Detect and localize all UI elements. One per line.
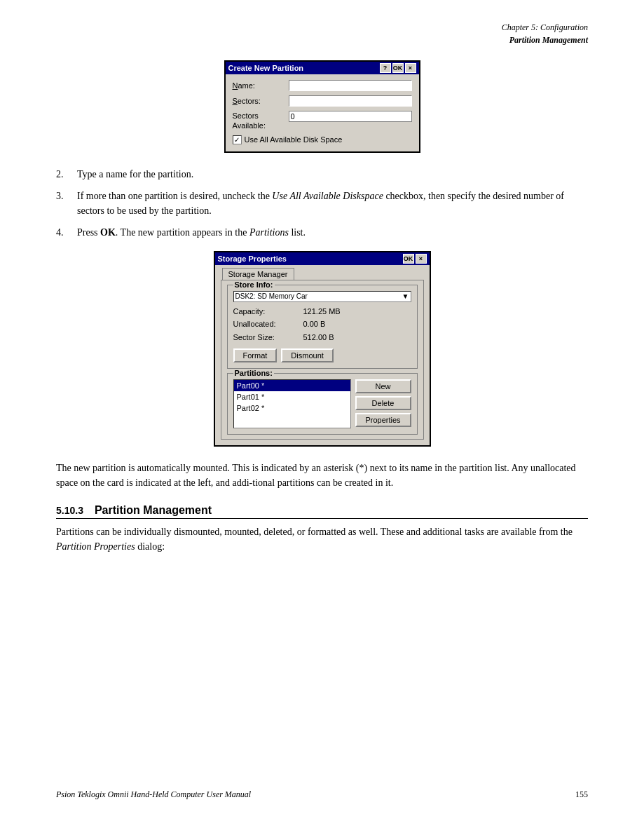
name-row: Name: (233, 80, 412, 91)
list-item-2: 2. Type a name for the partition. (56, 167, 588, 182)
close-button-title[interactable]: × (405, 63, 416, 73)
help-button[interactable]: ? (380, 63, 391, 73)
partition-item-1[interactable]: Part01 * (234, 391, 350, 402)
store-dropdown-value: DSK2: SD Memory Car (235, 292, 308, 300)
capacity-label: Capacity: (233, 305, 289, 318)
create-partition-dialog: Create New Partition ? OK × Name: Sector… (224, 60, 420, 153)
partition-item-2[interactable]: Part02 * (234, 402, 350, 414)
name-label: Name: (233, 81, 289, 90)
list-item-3: 3. If more than one partition is desired… (56, 189, 588, 218)
section-number: 5.10.3 (56, 505, 83, 516)
dismount-button[interactable]: Dismount (281, 348, 333, 362)
list-num-2: 2. (56, 167, 77, 182)
create-partition-title: Create New Partition (228, 64, 380, 72)
sector-size-label: Sector Size: (233, 331, 289, 344)
create-partition-titlebar: Create New Partition ? OK × (226, 62, 419, 74)
list-num-3: 3. (56, 189, 77, 218)
section-title-text: Partition Management (95, 504, 212, 517)
list-item-4: 4. Press OK. The new partition appears i… (56, 225, 588, 240)
storage-properties-dialog: Storage Properties OK × Storage Manager … (214, 251, 431, 447)
body-paragraph-1: The new partition is automatically mount… (56, 461, 588, 490)
create-partition-dialog-container: Create New Partition ? OK × Name: Sector… (56, 60, 588, 153)
new-partition-button[interactable]: New (355, 379, 411, 393)
titlebar-buttons: ? OK × (380, 63, 416, 73)
use-all-checkbox[interactable]: ✓ (233, 135, 242, 144)
partitions-buttons: New Delete Properties (355, 379, 411, 428)
partitions-label: Partitions: (233, 369, 274, 377)
create-partition-body: Name: Sectors: SectorsAvailable: 0 ✓ Use… (226, 74, 419, 151)
section-description: Partitions can be individually dismounte… (56, 524, 588, 554)
chapter-title: Chapter 5: Configuration (56, 21, 588, 34)
delete-partition-button[interactable]: Delete (355, 396, 411, 410)
unallocated-row: Unallocated: 0.00 B (233, 318, 411, 331)
storage-ok-button[interactable]: OK (403, 254, 414, 264)
capacity-value: 121.25 MB (303, 305, 341, 318)
checkbox-row: ✓ Use All Available Disk Space (233, 135, 412, 144)
list-num-4: 4. (56, 225, 77, 240)
section-desc-text2: dialog: (135, 541, 165, 552)
format-button[interactable]: Format (233, 348, 278, 362)
sector-size-row: Sector Size: 512.00 B (233, 331, 411, 344)
section-title: Partition Management (56, 34, 588, 46)
storage-body-wrapper: Storage Manager Store Info: DSK2: SD Mem… (215, 268, 430, 445)
partition-item-0[interactable]: Part00 * (234, 380, 350, 391)
page-footer: Psion Teklogix Omnii Hand-Held Computer … (0, 789, 644, 800)
storage-title: Storage Properties (218, 255, 287, 263)
store-dropdown[interactable]: DSK2: SD Memory Car ▼ (233, 291, 411, 302)
sectors-available-value: 0 (289, 111, 412, 122)
store-info-grid: Capacity: 121.25 MB Unallocated: 0.00 B … (233, 305, 411, 344)
format-dismount-buttons: Format Dismount (233, 348, 411, 362)
storage-properties-dialog-container: Storage Properties OK × Storage Manager … (56, 251, 588, 447)
section-desc-text: Partitions can be individually dismounte… (56, 527, 573, 537)
checkbox-label: Use All Available Disk Space (245, 135, 343, 144)
section-desc-italic: Partition Properties (56, 541, 135, 552)
store-info-group: Store Info: DSK2: SD Memory Car ▼ Capaci… (227, 285, 418, 369)
numbered-list: 2. Type a name for the partition. 3. If … (56, 167, 588, 240)
storage-manager-tab[interactable]: Storage Manager (222, 268, 294, 280)
storage-titlebar-buttons: OK × (403, 254, 427, 264)
ok-button-title[interactable]: OK (392, 63, 404, 73)
sector-size-value: 512.00 B (303, 331, 334, 344)
storage-titlebar: Storage Properties OK × (215, 252, 430, 265)
page-header: Chapter 5: Configuration Partition Manag… (56, 21, 588, 46)
sectors-label: Sectors: (233, 97, 289, 105)
capacity-row: Capacity: 121.25 MB (233, 305, 411, 318)
store-info-label: Store Info: (233, 280, 275, 289)
partitions-list[interactable]: Part00 * Part01 * Part02 * (233, 379, 351, 428)
storage-close-button[interactable]: × (416, 254, 427, 264)
unallocated-value: 0.00 B (303, 318, 326, 331)
list-text-4: Press OK. The new partition appears in t… (77, 225, 588, 240)
unallocated-label: Unallocated: (233, 318, 289, 331)
list-text-3: If more than one partition is desired, u… (77, 189, 588, 218)
sectors-row: Sectors: (233, 95, 412, 107)
dropdown-arrow-icon: ▼ (402, 292, 409, 300)
storage-tabs: Storage Manager (222, 268, 427, 280)
sectors-input[interactable] (289, 95, 412, 107)
name-input[interactable] (289, 80, 412, 91)
footer-right: 155 (575, 789, 588, 800)
list-text-2: Type a name for the partition. (77, 167, 588, 182)
footer-left: Psion Teklogix Omnii Hand-Held Computer … (56, 789, 251, 800)
sectors-available-label: SectorsAvailable: (233, 111, 289, 131)
section-heading: 5.10.3 Partition Management (56, 504, 588, 519)
store-dropdown-row: DSK2: SD Memory Car ▼ (233, 291, 411, 302)
partitions-content: Part00 * Part01 * Part02 * New Delete Pr… (233, 379, 411, 428)
sectors-available-row: SectorsAvailable: 0 (233, 111, 412, 131)
partitions-group: Partitions: Part00 * Part01 * Part02 * N… (227, 373, 418, 435)
storage-body: Store Info: DSK2: SD Memory Car ▼ Capaci… (221, 280, 424, 440)
properties-partition-button[interactable]: Properties (355, 413, 411, 427)
